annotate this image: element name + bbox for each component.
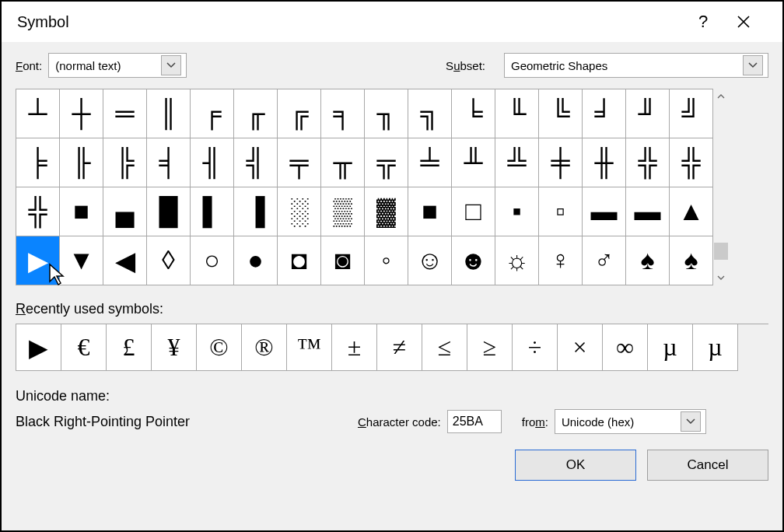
symbol-cell[interactable]: ╚ (539, 89, 583, 138)
symbol-cell[interactable]: ● (234, 236, 278, 285)
symbol-cell[interactable]: ♠ (626, 236, 670, 285)
recent-symbol-cell[interactable]: £ (107, 324, 152, 371)
symbol-cell[interactable]: □ (452, 187, 495, 236)
symbol-cell[interactable]: ▄ (103, 187, 147, 236)
scroll-down-icon[interactable] (713, 270, 729, 285)
font-dropdown[interactable]: (normal text) (48, 53, 187, 78)
recent-symbol-cell[interactable]: ≠ (377, 324, 422, 371)
symbol-cell[interactable]: ╓ (234, 89, 278, 138)
scrollbar-thumb[interactable] (714, 243, 728, 260)
symbol-cell[interactable]: ◦ (365, 236, 408, 285)
symbol-cell[interactable]: ╔ (278, 89, 321, 138)
symbol-cell[interactable]: ╤ (278, 138, 321, 187)
symbol-cell[interactable]: ▬ (583, 187, 626, 236)
symbol-cell[interactable]: ╖ (365, 89, 408, 138)
recent-symbol-cell[interactable]: € (61, 324, 107, 371)
recent-symbol-cell[interactable]: ≤ (422, 324, 467, 371)
symbol-cell[interactable]: ☼ (495, 236, 539, 285)
symbol-cell[interactable]: ■ (408, 187, 452, 236)
symbol-cell[interactable]: ◊ (147, 236, 191, 285)
symbol-cell[interactable]: ╡ (147, 138, 191, 187)
symbol-cell[interactable]: ╧ (408, 138, 452, 187)
symbol-cell[interactable]: ▓ (365, 187, 408, 236)
symbol-cell[interactable]: ▶ (16, 236, 60, 285)
symbol-cell[interactable]: ╬ (670, 138, 713, 187)
symbol-cell[interactable]: ╜ (626, 89, 670, 138)
symbol-cell[interactable]: ▌ (191, 187, 234, 236)
symbol-cell[interactable]: ╬ (626, 138, 670, 187)
recent-symbol-cell[interactable]: µ (693, 324, 738, 371)
help-button[interactable]: ? (686, 5, 720, 39)
scrollbar-track[interactable] (713, 104, 729, 270)
close-icon (737, 15, 751, 29)
symbol-cell[interactable]: ☺ (408, 236, 452, 285)
recent-symbol-cell[interactable]: ® (242, 324, 287, 371)
symbol-cell[interactable]: ╩ (495, 138, 539, 187)
recent-symbol-cell[interactable]: ¥ (152, 324, 197, 371)
character-code-input[interactable] (447, 410, 502, 433)
symbol-cell[interactable]: ╟ (60, 138, 103, 187)
chevron-down-icon (161, 55, 181, 75)
symbol-cell[interactable]: ▒ (321, 187, 365, 236)
symbol-cell[interactable]: ╛ (583, 89, 626, 138)
symbol-cell[interactable]: ╫ (583, 138, 626, 187)
symbol-cell[interactable]: ╒ (191, 89, 234, 138)
symbol-cell[interactable]: ┼ (60, 89, 103, 138)
scrollbar[interactable] (713, 89, 729, 285)
symbol-cell[interactable]: ♀ (539, 236, 583, 285)
symbol-cell[interactable]: ┴ (16, 89, 60, 138)
symbol-cell[interactable]: ╥ (321, 138, 365, 187)
from-dropdown[interactable]: Unicode (hex) (555, 409, 706, 434)
recent-symbol-cell[interactable]: ▶ (16, 324, 61, 371)
ok-button[interactable]: OK (515, 450, 636, 481)
subset-dropdown[interactable]: Geometric Shapes (504, 53, 768, 78)
symbol-cell[interactable]: ◙ (321, 236, 365, 285)
recent-symbols: ▶€£¥©®™±≠≤≥÷×∞µµ (16, 324, 768, 371)
scroll-up-icon[interactable] (713, 89, 729, 104)
recent-symbol-cell[interactable]: µ (648, 324, 693, 371)
symbol-cell[interactable]: ▬ (626, 187, 670, 236)
symbol-cell[interactable]: ▪ (495, 187, 539, 236)
symbol-cell[interactable]: ○ (191, 236, 234, 285)
recent-symbol-cell[interactable]: × (558, 324, 603, 371)
symbol-cell[interactable]: ◀ (103, 236, 147, 285)
symbol-cell[interactable]: ◘ (278, 236, 321, 285)
symbol-cell[interactable]: ░ (278, 187, 321, 236)
symbol-cell[interactable]: ╠ (103, 138, 147, 187)
from-value: Unicode (hex) (562, 415, 681, 429)
recent-symbol-cell[interactable]: ÷ (513, 324, 558, 371)
symbol-cell[interactable]: ║ (147, 89, 191, 138)
recent-symbol-cell[interactable]: ™ (287, 324, 332, 371)
symbol-cell[interactable]: ♂ (583, 236, 626, 285)
close-button[interactable] (720, 5, 767, 39)
recent-symbol-cell[interactable]: © (197, 324, 242, 371)
font-value: (normal text) (55, 59, 161, 72)
symbol-cell[interactable]: ▲ (670, 187, 713, 236)
symbol-cell[interactable]: ▫ (539, 187, 583, 236)
symbol-cell[interactable]: ■ (60, 187, 103, 236)
recent-symbol-cell[interactable]: ∞ (603, 324, 648, 371)
symbol-cell[interactable]: ☻ (452, 236, 495, 285)
symbol-cell[interactable]: ╦ (365, 138, 408, 187)
symbol-cell[interactable]: ╞ (16, 138, 60, 187)
symbol-cell[interactable]: ═ (103, 89, 147, 138)
symbol-cell[interactable]: ♠ (670, 236, 713, 285)
symbol-cell[interactable]: ╗ (408, 89, 452, 138)
symbol-cell[interactable]: ╝ (670, 89, 713, 138)
symbol-cell[interactable]: ╢ (191, 138, 234, 187)
symbol-cell[interactable]: ╙ (495, 89, 539, 138)
recent-symbol-cell[interactable]: ± (332, 324, 377, 371)
symbol-cell[interactable]: ▼ (60, 236, 103, 285)
symbol-cell[interactable]: ╘ (452, 89, 495, 138)
titlebar: Symbol ? (2, 2, 782, 42)
recent-symbol-cell[interactable]: ≥ (467, 324, 513, 371)
symbol-grid[interactable]: ┴┼═║╒╓╔╕╖╗╘╙╚╛╜╝╞╟╠╡╢╣╤╥╦╧╨╩╪╫╬╬╬■▄█▌▐░▒… (16, 89, 713, 285)
symbol-cell[interactable]: ╣ (234, 138, 278, 187)
symbol-cell[interactable]: ╨ (452, 138, 495, 187)
symbol-cell[interactable]: █ (147, 187, 191, 236)
cancel-button[interactable]: Cancel (647, 450, 768, 481)
symbol-cell[interactable]: ╪ (539, 138, 583, 187)
symbol-cell[interactable]: ╕ (321, 89, 365, 138)
symbol-cell[interactable]: ▐ (234, 187, 278, 236)
symbol-cell[interactable]: ╬ (16, 187, 60, 236)
